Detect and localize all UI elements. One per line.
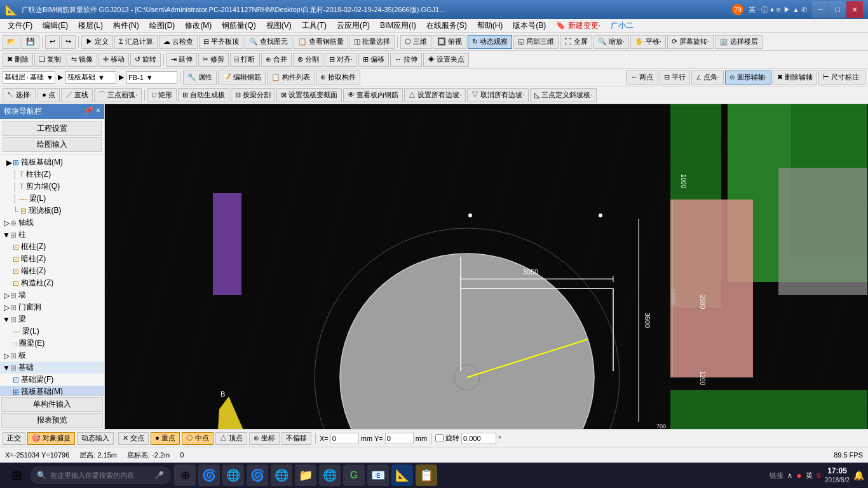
sidebar-item-wall[interactable]: ▷ ⊞ 墙 [0,289,104,301]
btn-split[interactable]: ⊗ 分割 [293,53,323,67]
taskbar-icon-g[interactable]: G [343,464,365,486]
close-btn[interactable]: × [846,1,863,18]
x-input[interactable] [330,433,359,444]
btn-no-offset[interactable]: 不偏移 [281,432,311,445]
taskbar-icon-fan[interactable]: 🌀 [198,464,220,486]
btn-split-by-beam[interactable]: ⊟ 按梁分割 [231,88,275,102]
btn-rect[interactable]: □ 矩形 [147,88,177,102]
rotate-checkbox[interactable] [435,434,444,442]
sidebar-item-column[interactable]: ▼ ⊞ 柱 [0,229,104,241]
btn-fullscreen[interactable]: ⛶ 全屏 [560,35,592,49]
btn-rotate2[interactable]: ↺ 旋转 [130,53,161,67]
btn-angle[interactable]: ∠ 点角· [691,71,724,85]
btn-extend[interactable]: ⇥ 延伸 [166,53,197,67]
btn-parallel[interactable]: ⊟ 平行 [660,71,690,85]
sidebar-item-shear-wall[interactable]: │ T 剪力墙(Q) [0,180,104,193]
btn-stretch[interactable]: ↔ 拉伸 [390,53,422,67]
tray-notification[interactable]: 🔔 [853,470,864,480]
menu-newchange[interactable]: 🔖 新建变更· [551,19,606,32]
btn-merge[interactable]: ⊕ 合并 [261,53,292,67]
btn-sum[interactable]: Σ 汇总计算 [114,35,158,49]
btn-dimension[interactable]: ⊢ 尺寸标注· [818,71,865,85]
maximize-btn[interactable]: □ [829,1,846,18]
btn-ortho[interactable]: 正交 [3,432,25,445]
taskbar-icon-apps[interactable]: ⊕ [174,464,196,486]
btn-find[interactable]: 🔍 查找图元 [245,35,292,49]
btn-pick-component[interactable]: ⊕ 拾取构件 [316,71,360,85]
btn-set-grip[interactable]: ◈ 设置夹点 [423,53,469,67]
btn-cloud-check[interactable]: ☁ 云检查 [159,35,198,49]
sidebar-item-dark-col[interactable]: ⊡ 暗柱(Z) [0,253,104,265]
btn-set-all-slope[interactable]: △ 设置所有边坡· [404,88,466,102]
sidebar-item-end-col[interactable]: ⊡ 端柱(Z) [0,265,104,277]
btn-redo[interactable]: ↪ [61,35,76,49]
btn-undo[interactable]: ↩ [45,35,60,49]
sidebar-item-beam-group[interactable]: ▼ ⊞ 梁 [0,313,104,325]
btn-trim[interactable]: ✂ 修剪 [198,53,229,67]
layer-combo[interactable]: 基础层 · 基础 ▼ [3,71,55,84]
btn-save[interactable]: 💾 [22,35,39,49]
taskbar-icon-browser[interactable]: 🌐 [319,464,341,486]
rotate-input[interactable] [461,433,496,444]
menu-version[interactable]: 版本号(B) [508,19,551,32]
btn-align-top[interactable]: ⊟ 平齐板顶 [199,35,243,49]
sidebar-item-found-beam[interactable]: ⊡ 基础梁(F) [0,374,104,386]
sidebar-item-single-component[interactable]: 单构件输入 [1,397,103,412]
sidebar-item-foundation[interactable]: ▼ ⊞ 基础 [0,362,104,374]
btn-zoom[interactable]: 🔍 缩放· [593,35,629,49]
btn-select-floor[interactable]: 🏢 选择楼层 [715,35,763,49]
notification-badge[interactable]: 79 [732,4,743,15]
btn-3d[interactable]: ⬡ 三维 [400,35,431,49]
menu-ad[interactable]: 广小二 [606,19,639,32]
component-id-combo[interactable]: FB-1 ▼ [126,71,177,84]
menu-component[interactable]: 构件(N) [108,19,144,32]
taskbar-search[interactable]: 🔍 在这里输入你要搜索的内容 🎤 [31,466,170,484]
tray-expand[interactable]: ∧ [787,471,792,480]
taskbar-icon-ie2[interactable]: 🌐 [271,464,292,486]
btn-coord[interactable]: ⊕ 坐标 [249,432,280,445]
btn-point[interactable]: ● 点 [37,88,60,102]
btn-dynamic-input[interactable]: 动态输入 [77,432,114,445]
menu-draw[interactable]: 绘图(D) [144,19,180,32]
taskbar-icon-edge[interactable]: 🌀 [247,464,268,486]
sidebar-item-frame-col[interactable]: ⊡ 框柱(Z) [0,241,104,253]
taskbar-icon-ie[interactable]: 🌐 [222,464,244,486]
sidebar-item-pillar[interactable]: │ T 柱往(Z) [0,168,104,180]
sidebar-item-axis[interactable]: ▷ ⊕ 轴线 [0,217,104,229]
sidebar-item-ring-beam[interactable]: □ 圈梁(E) [0,337,104,349]
btn-two-point[interactable]: ↔ 两点 [626,71,658,85]
btn-move[interactable]: ✛ 移动 [98,53,129,67]
btn-line[interactable]: ╱ 直线 [61,88,93,102]
menu-modify[interactable]: 修改(M) [180,19,217,32]
menu-cloud[interactable]: 云应用(P) [332,19,375,32]
btn-mirror[interactable]: ⇋ 镜像 [67,53,97,67]
btn-copy[interactable]: ❑ 复制 [34,53,65,67]
tray-lang[interactable]: 英 [806,471,813,480]
btn-batch[interactable]: ◫ 批量选择 [349,35,395,49]
sidebar-item-slab-group[interactable]: ▷ ⊞ 板 [0,349,104,362]
sidebar-item-report-preview[interactable]: 报表预览 [1,413,103,428]
btn-orbit[interactable]: ↻ 动态观察 [468,35,512,49]
btn-vertex[interactable]: △ 顶点 [215,432,247,445]
sidebar-item-beam-top[interactable]: │ — 梁(L) [0,193,104,205]
btn-view-slab-rebar[interactable]: 👁 查看板内钢筋 [343,88,403,102]
btn-property[interactable]: 🔧 属性 [183,71,217,85]
btn-delete[interactable]: ✖ 删除 [3,53,33,67]
sidebar-item-door-window[interactable]: ▷ ⊞ 门窗洞 [0,301,104,313]
btn-local-3d[interactable]: ◱ 局部三维 [513,35,559,49]
sidebar-item-draw-input[interactable]: 绘图输入 [3,137,102,152]
sidebar-item-raft-top[interactable]: ▶ ⊞ 筏板基础(M) [0,156,104,168]
minimize-btn[interactable]: − [812,1,829,18]
btn-set-slab-sec[interactable]: ⊠ 设置筏板变截面 [276,88,342,102]
btn-pan[interactable]: ✋ 平移· [630,35,666,49]
btn-midpoint[interactable]: ◇ 中点 [182,432,214,445]
menu-view[interactable]: 视图(V) [261,19,297,32]
btn-intersect[interactable]: ✕ 交点 [118,432,149,445]
btn-endpoint[interactable]: ● 重点 [151,432,180,445]
btn-break[interactable]: ⌸ 打断 [230,53,259,67]
sidebar-item-project-setup[interactable]: 工程设置 [3,121,102,136]
canvas-area[interactable]: 3050 3600 1000 2680 1200 700 230 400 18 … [105,104,868,429]
taskbar-icon-mail[interactable]: 📧 [367,464,389,486]
btn-3pt-arc[interactable]: ⌒ 三点画弧· [94,88,142,102]
btn-del-axis[interactable]: ✖ 删除辅轴 [773,71,817,85]
